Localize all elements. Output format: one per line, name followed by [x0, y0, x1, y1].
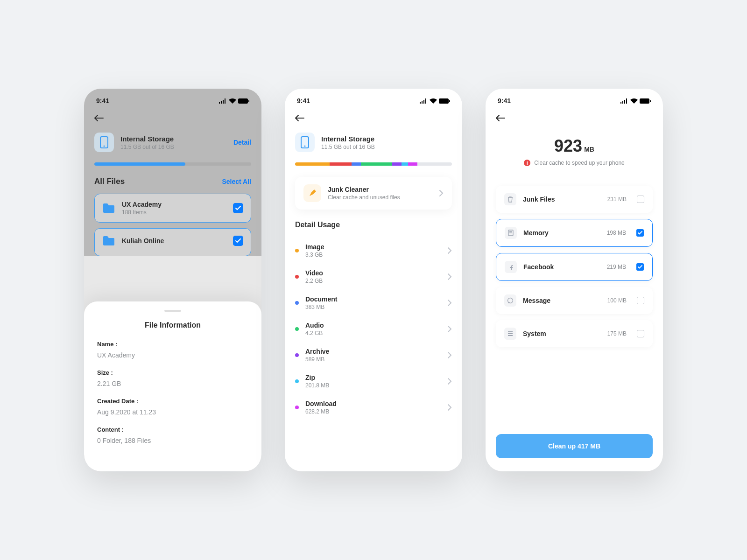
storage-summary: Internal Storage 11.5 GB out of 16 GB De…: [94, 127, 251, 156]
usage-item[interactable]: Image3.3 GB: [295, 238, 452, 264]
folder-icon: [102, 203, 115, 214]
item-name: Junk Files: [523, 196, 601, 203]
back-button[interactable]: [496, 109, 505, 127]
clean-up-button[interactable]: Clean up 417 MB: [496, 434, 653, 458]
item-checkbox[interactable]: [637, 297, 644, 304]
file-name: Kuliah Online: [122, 237, 226, 245]
detail-usage-title: Detail Usage: [295, 221, 452, 229]
item-size: 231 MB: [607, 196, 627, 203]
info-date-label: Created Date :: [97, 398, 248, 405]
clean-item[interactable]: Facebook 219 MB: [496, 253, 653, 281]
storage-title: Internal Storage: [120, 135, 227, 143]
back-button[interactable]: [295, 109, 304, 127]
files-section-header: All Files Select All: [94, 177, 251, 186]
item-icon: [504, 294, 516, 307]
color-dot: [295, 353, 299, 357]
item-icon: [505, 261, 517, 273]
chevron-right-icon: [447, 351, 452, 359]
usage-item[interactable]: Audio4.2 GB: [295, 316, 452, 342]
info-size-value: 2.21 GB: [97, 380, 248, 387]
item-checkbox[interactable]: [637, 330, 644, 337]
usage-item[interactable]: Download628.2 MB: [295, 394, 452, 420]
usage-name: Document: [305, 295, 441, 303]
back-button[interactable]: [94, 109, 104, 127]
file-item[interactable]: Kuliah Online: [94, 228, 251, 256]
status-bar: 9:41: [285, 89, 462, 109]
clean-item[interactable]: Message 100 MB: [496, 287, 653, 314]
cache-subtitle: Clear cache to speed up your phone: [534, 160, 624, 166]
clean-item[interactable]: System 175 MB: [496, 320, 653, 347]
sheet-handle[interactable]: [164, 310, 181, 312]
clean-item[interactable]: Memory 198 MB: [496, 219, 653, 247]
svg-rect-8: [640, 98, 649, 104]
usage-size: 4.2 GB: [305, 330, 441, 336]
item-size: 219 MB: [607, 264, 626, 270]
item-size: 100 MB: [607, 297, 627, 304]
file-item[interactable]: UX Academy 188 Items: [94, 194, 251, 223]
info-size-label: Size :: [97, 369, 248, 376]
color-dot: [295, 406, 299, 409]
svg-rect-1: [248, 100, 249, 102]
info-content-label: Content :: [97, 426, 248, 433]
svg-point-3: [104, 146, 105, 147]
usage-item[interactable]: Document383 MB: [295, 290, 452, 316]
usage-size: 2.2 GB: [305, 278, 441, 284]
status-time: 9:41: [297, 97, 310, 105]
wifi-icon: [630, 98, 638, 104]
usage-size: 589 MB: [305, 356, 441, 363]
sheet-title: File Information: [97, 321, 248, 329]
usage-name: Video: [305, 269, 441, 277]
usage-item[interactable]: Video2.2 GB: [295, 264, 452, 290]
storage-subtitle: 11.5 GB out of 16 GB: [321, 144, 452, 150]
item-icon: [504, 328, 516, 340]
item-name: System: [523, 330, 601, 337]
cache-size: 923: [554, 136, 582, 155]
color-dot: [295, 301, 299, 305]
info-name-label: Name :: [97, 341, 248, 348]
wifi-icon: [430, 98, 437, 104]
usage-name: Image: [305, 243, 441, 251]
file-info-sheet: File Information Name :UX Academy Size :…: [84, 301, 261, 471]
item-icon: [505, 227, 517, 239]
clean-item[interactable]: Junk Files 231 MB: [496, 186, 653, 213]
chevron-right-icon: [447, 325, 452, 333]
usage-size: 383 MB: [305, 304, 441, 310]
usage-item[interactable]: Archive589 MB: [295, 342, 452, 368]
file-checkbox[interactable]: [233, 203, 243, 213]
file-checkbox[interactable]: [233, 236, 243, 246]
phone-icon: [295, 133, 315, 152]
item-checkbox[interactable]: [637, 196, 644, 203]
usage-name: Download: [305, 400, 441, 407]
select-all-link[interactable]: Select All: [222, 178, 251, 185]
clean-list: Junk Files 231 MB Memory 198 MB Facebook…: [496, 186, 653, 347]
chevron-right-icon: [447, 404, 452, 411]
item-checkbox[interactable]: [636, 263, 644, 271]
cache-unit: MB: [584, 146, 594, 153]
info-name-value: UX Academy: [97, 351, 248, 359]
junk-cleaner-card[interactable]: Junk Cleaner Clear cache and unused file…: [295, 177, 452, 210]
detail-link[interactable]: Detail: [233, 139, 251, 146]
item-checkbox[interactable]: [636, 229, 644, 237]
item-name: Message: [523, 297, 601, 304]
chevron-right-icon: [447, 299, 452, 307]
back-arrow-icon: [295, 115, 304, 121]
status-icons: [420, 98, 450, 104]
info-date-value: Aug 9,2020 at 11.23: [97, 408, 248, 416]
junk-title: Junk Cleaner: [328, 186, 432, 193]
storage-segments: [295, 162, 452, 166]
svg-rect-5: [449, 100, 450, 102]
screen-detail-usage: 9:41 Internal Storage 11.5 GB out of 16 …: [285, 89, 462, 471]
usage-name: Zip: [305, 374, 441, 381]
usage-size: 201.8 MB: [305, 382, 441, 389]
chevron-right-icon: [447, 247, 452, 254]
back-arrow-icon: [496, 115, 505, 121]
usage-item[interactable]: Zip201.8 MB: [295, 368, 452, 394]
svg-rect-4: [439, 98, 449, 104]
signal-icon: [420, 98, 428, 104]
svg-rect-0: [238, 98, 248, 104]
item-icon: [504, 193, 516, 205]
usage-list: Image3.3 GB Video2.2 GB Document383 MB A…: [295, 238, 452, 420]
file-subtitle: 188 Items: [122, 209, 226, 216]
signal-icon: [620, 98, 628, 104]
cache-header: 923MB i Clear cache to speed up your pho…: [496, 127, 653, 169]
